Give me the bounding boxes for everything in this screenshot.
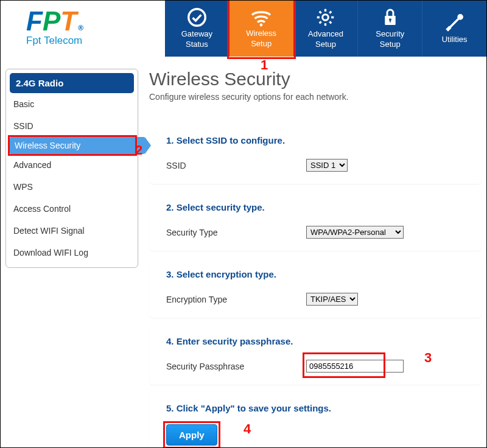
sidebar-item-wps[interactable]: WPS — [10, 176, 134, 198]
sidebar-item-advanced[interactable]: Advanced — [10, 154, 134, 176]
ssid-label: SSID — [166, 161, 306, 170]
brand-logo-area: FPT® Fpt Telecom — [1, 1, 165, 57]
annotation-1: 1 — [261, 57, 268, 73]
main-panel: Wireless Security Configure wireless sec… — [149, 69, 482, 448]
header: FPT® Fpt Telecom GatewayStatus WirelessS… — [1, 1, 486, 57]
annotation-4: 4 — [244, 421, 251, 437]
wifi-icon — [250, 9, 272, 27]
svg-rect-5 — [390, 19, 391, 22]
security-type-select[interactable]: WPA/WPA2-Personal — [306, 226, 404, 239]
sidebar-header: 2.4G Radio — [10, 73, 134, 93]
annotation-3: 3 — [424, 350, 432, 366]
card-title: 1. Select SSID to configure. — [166, 135, 464, 145]
brand-subtitle: Fpt Telecom — [26, 35, 165, 47]
card-title: 3. Select encryption type. — [166, 269, 464, 279]
sidebar-item-wireless-security[interactable]: Wireless Security — [10, 137, 145, 154]
content-area: 2.4G Radio Basic SSID Wireless Security … — [1, 57, 486, 448]
card-apply: 5. Click "Apply" to save your settings. … — [149, 391, 482, 448]
sidebar-item-detect-wifi[interactable]: Detect WIFI Signal — [10, 220, 134, 242]
sidebar-item-access-control[interactable]: Access Control — [10, 198, 134, 220]
card-security-type: 2. Select security type. Security Type W… — [149, 190, 482, 251]
sidebar: 2.4G Radio Basic SSID Wireless Security … — [5, 69, 138, 268]
nav-advanced-setup[interactable]: AdvancedSetup — [294, 1, 359, 57]
brand-logo: FPT® — [26, 8, 165, 35]
lock-icon — [381, 7, 399, 27]
card-title: 4. Enter security passphrase. — [166, 336, 464, 346]
apply-button[interactable]: Apply — [166, 424, 217, 446]
encryption-type-label: Encryption Type — [166, 295, 306, 304]
top-nav: GatewayStatus WirelessSetup AdvancedSetu… — [165, 1, 486, 57]
check-circle-icon — [187, 7, 207, 27]
card-select-ssid: 1. Select SSID to configure. SSID SSID 1 — [149, 123, 482, 184]
ssid-select[interactable]: SSID 1 — [306, 159, 348, 172]
sidebar-item-ssid[interactable]: SSID — [10, 115, 134, 137]
nav-wireless-setup[interactable]: WirelessSetup — [229, 1, 294, 57]
sidebar-item-basic[interactable]: Basic — [10, 93, 134, 115]
page-title: Wireless Security — [149, 69, 482, 89]
tools-icon — [444, 13, 464, 33]
apply-button-label: Apply — [179, 430, 205, 440]
page-desc: Configure wireless security options for … — [149, 92, 482, 102]
nav-gateway-status[interactable]: GatewayStatus — [165, 1, 229, 57]
annotation-2: 2 — [135, 142, 142, 158]
sidebar-item-label: Wireless Security — [15, 141, 80, 150]
card-title: 2. Select security type. — [166, 202, 464, 212]
passphrase-label: Security Passphrase — [166, 362, 306, 371]
svg-point-1 — [260, 23, 263, 26]
svg-point-2 — [323, 15, 329, 21]
nav-security-setup[interactable]: SecuritySetup — [358, 1, 422, 57]
nav-utilities[interactable]: Utilities — [422, 1, 486, 57]
sidebar-item-download-log[interactable]: Download WIFI Log — [10, 242, 134, 264]
passphrase-input[interactable] — [306, 360, 404, 373]
card-encryption-type: 3. Select encryption type. Encryption Ty… — [149, 257, 482, 318]
gear-icon — [315, 7, 335, 27]
security-type-label: Security Type — [166, 228, 306, 237]
card-title: 5. Click "Apply" to save your settings. — [166, 403, 464, 413]
encryption-type-select[interactable]: TKIP/AES — [306, 293, 358, 306]
svg-point-0 — [189, 9, 206, 26]
